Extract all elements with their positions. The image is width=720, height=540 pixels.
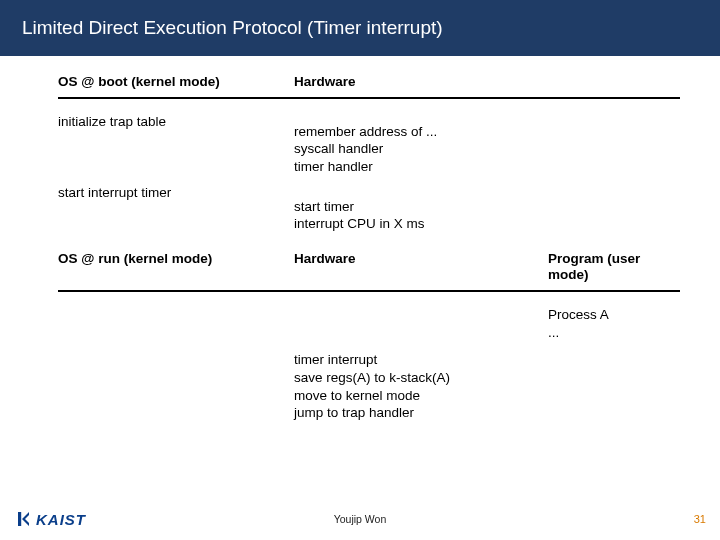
section2-hw-cell1: timer interrupt save regs(A) to k-stack(… bbox=[294, 345, 548, 425]
section1-hw-header: Hardware bbox=[294, 74, 548, 97]
section1-os-cell2: start interrupt timer bbox=[58, 180, 294, 237]
section1-hw-cell2: start timer interrupt CPU in X ms bbox=[294, 180, 548, 237]
section2-hw-header: Hardware bbox=[294, 251, 548, 291]
kaist-logo-icon bbox=[14, 510, 32, 528]
section2-row1: Process A ... bbox=[58, 302, 680, 345]
section2-prog-cell1: Process A ... bbox=[548, 302, 680, 345]
section1-rule bbox=[58, 97, 680, 99]
slide-title: Limited Direct Execution Protocol (Timer… bbox=[22, 17, 443, 39]
section2-rule bbox=[58, 290, 680, 292]
author-name: Youjip Won bbox=[334, 513, 387, 525]
section1-os-cell1: initialize trap table bbox=[58, 109, 294, 180]
section1-header-row: OS @ boot (kernel mode) Hardware bbox=[58, 74, 680, 97]
section1-row1: initialize trap table remember address o… bbox=[58, 109, 680, 180]
section1-hw-cell1: remember address of ... syscall handler … bbox=[294, 109, 548, 180]
kaist-logo-text: KAIST bbox=[36, 511, 86, 528]
section2-os-header: OS @ run (kernel mode) bbox=[58, 251, 294, 291]
svg-rect-0 bbox=[18, 512, 21, 526]
section2-header-row: OS @ run (kernel mode) Hardware Program … bbox=[58, 251, 680, 291]
svg-marker-1 bbox=[22, 512, 29, 526]
page-number: 31 bbox=[694, 513, 706, 525]
slide-content: OS @ boot (kernel mode) Hardware initial… bbox=[0, 56, 720, 426]
section2-prog-header: Program (user mode) bbox=[548, 251, 680, 291]
title-band: Limited Direct Execution Protocol (Timer… bbox=[0, 0, 720, 56]
section2-row2: timer interrupt save regs(A) to k-stack(… bbox=[58, 345, 680, 425]
section1-row2: start interrupt timer start timer interr… bbox=[58, 180, 680, 237]
section1-os-header: OS @ boot (kernel mode) bbox=[58, 74, 294, 97]
footer: KAIST Youjip Won 31 bbox=[0, 502, 720, 540]
kaist-logo: KAIST bbox=[14, 510, 86, 528]
